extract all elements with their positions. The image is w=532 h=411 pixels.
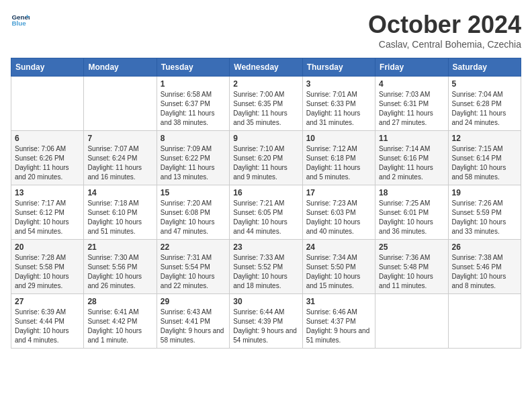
day-number: 20: [15, 242, 80, 252]
day-number: 1: [161, 79, 226, 89]
day-info: Sunrise: 7:00 AM Sunset: 6:35 PM Dayligh…: [233, 90, 298, 128]
day-number: 11: [379, 134, 444, 143]
header-wednesday: Wednesday: [230, 58, 302, 77]
day-number: 13: [15, 188, 80, 197]
calendar-cell: 4Sunrise: 7:03 AM Sunset: 6:31 PM Daylig…: [375, 77, 448, 131]
day-info: Sunrise: 6:58 AM Sunset: 6:37 PM Dayligh…: [161, 90, 226, 128]
calendar-cell: 18Sunrise: 7:25 AM Sunset: 6:01 PM Dayli…: [375, 185, 448, 240]
calendar-cell: 16Sunrise: 7:21 AM Sunset: 6:05 PM Dayli…: [230, 185, 302, 240]
calendar-table: Sunday Monday Tuesday Wednesday Thursday…: [11, 58, 521, 349]
calendar-cell: 25Sunrise: 7:36 AM Sunset: 5:48 PM Dayli…: [375, 240, 448, 294]
day-number: 18: [379, 188, 444, 197]
calendar-cell: 11Sunrise: 7:14 AM Sunset: 6:16 PM Dayli…: [375, 131, 448, 185]
day-info: Sunrise: 7:10 AM Sunset: 6:20 PM Dayligh…: [233, 144, 298, 182]
month-title: October 2024: [368, 11, 521, 39]
calendar-cell: 8Sunrise: 7:09 AM Sunset: 6:22 PM Daylig…: [157, 131, 229, 185]
calendar-cell: 13Sunrise: 7:17 AM Sunset: 6:12 PM Dayli…: [11, 185, 84, 240]
day-number: 10: [306, 134, 371, 143]
day-info: Sunrise: 6:41 AM Sunset: 4:42 PM Dayligh…: [87, 308, 152, 345]
day-number: 25: [379, 242, 444, 252]
day-info: Sunrise: 7:34 AM Sunset: 5:50 PM Dayligh…: [306, 253, 371, 291]
day-number: 8: [161, 134, 226, 143]
day-info: Sunrise: 7:18 AM Sunset: 6:10 PM Dayligh…: [87, 199, 152, 236]
calendar-cell: 14Sunrise: 7:18 AM Sunset: 6:10 PM Dayli…: [84, 185, 157, 240]
day-number: 30: [233, 297, 298, 306]
calendar-cell: 15Sunrise: 7:20 AM Sunset: 6:08 PM Dayli…: [157, 185, 229, 240]
day-number: 4: [379, 79, 444, 89]
day-info: Sunrise: 7:15 AM Sunset: 6:14 PM Dayligh…: [452, 144, 517, 182]
logo-icon: General Blue: [11, 11, 30, 30]
header-tuesday: Tuesday: [157, 58, 229, 77]
day-number: 19: [452, 188, 517, 197]
header-sunday: Sunday: [11, 58, 84, 77]
calendar-cell: 28Sunrise: 6:41 AM Sunset: 4:42 PM Dayli…: [84, 294, 157, 349]
day-info: Sunrise: 7:09 AM Sunset: 6:22 PM Dayligh…: [161, 144, 226, 182]
day-number: 17: [306, 188, 371, 197]
calendar-cell: [84, 77, 157, 131]
day-info: Sunrise: 7:33 AM Sunset: 5:52 PM Dayligh…: [233, 253, 298, 291]
calendar-cell: 30Sunrise: 6:44 AM Sunset: 4:39 PM Dayli…: [230, 294, 302, 349]
day-number: 9: [233, 134, 298, 143]
calendar-cell: 23Sunrise: 7:33 AM Sunset: 5:52 PM Dayli…: [230, 240, 302, 294]
calendar-week-2: 6Sunrise: 7:06 AM Sunset: 6:26 PM Daylig…: [11, 131, 521, 185]
calendar-cell: [375, 294, 448, 349]
calendar-cell: 2Sunrise: 7:00 AM Sunset: 6:35 PM Daylig…: [230, 77, 302, 131]
day-number: 5: [452, 79, 517, 89]
calendar-cell: [448, 294, 521, 349]
day-info: Sunrise: 7:21 AM Sunset: 6:05 PM Dayligh…: [233, 199, 298, 236]
calendar-cell: 22Sunrise: 7:31 AM Sunset: 5:54 PM Dayli…: [157, 240, 229, 294]
calendar-cell: 1Sunrise: 6:58 AM Sunset: 6:37 PM Daylig…: [157, 77, 229, 131]
day-number: 27: [15, 297, 80, 306]
day-info: Sunrise: 7:26 AM Sunset: 5:59 PM Dayligh…: [452, 199, 517, 236]
day-info: Sunrise: 7:23 AM Sunset: 6:03 PM Dayligh…: [306, 199, 371, 236]
calendar-cell: 10Sunrise: 7:12 AM Sunset: 6:18 PM Dayli…: [302, 131, 375, 185]
header-thursday: Thursday: [302, 58, 375, 77]
day-number: 14: [87, 188, 152, 197]
calendar-cell: 12Sunrise: 7:15 AM Sunset: 6:14 PM Dayli…: [448, 131, 521, 185]
calendar-cell: 26Sunrise: 7:38 AM Sunset: 5:46 PM Dayli…: [448, 240, 521, 294]
title-section: October 2024 Caslav, Central Bohemia, Cz…: [368, 11, 521, 50]
day-info: Sunrise: 7:12 AM Sunset: 6:18 PM Dayligh…: [306, 144, 371, 182]
logo: General Blue: [11, 11, 30, 30]
calendar-cell: 27Sunrise: 6:39 AM Sunset: 4:44 PM Dayli…: [11, 294, 84, 349]
calendar-cell: 31Sunrise: 6:46 AM Sunset: 4:37 PM Dayli…: [302, 294, 375, 349]
header-monday: Monday: [84, 58, 157, 77]
day-info: Sunrise: 7:28 AM Sunset: 5:58 PM Dayligh…: [15, 253, 80, 291]
day-number: 7: [87, 134, 152, 143]
calendar-cell: 6Sunrise: 7:06 AM Sunset: 6:26 PM Daylig…: [11, 131, 84, 185]
day-number: 6: [15, 134, 80, 143]
day-info: Sunrise: 7:01 AM Sunset: 6:33 PM Dayligh…: [306, 90, 371, 128]
calendar-cell: 24Sunrise: 7:34 AM Sunset: 5:50 PM Dayli…: [302, 240, 375, 294]
day-info: Sunrise: 7:36 AM Sunset: 5:48 PM Dayligh…: [379, 253, 444, 291]
day-info: Sunrise: 7:06 AM Sunset: 6:26 PM Dayligh…: [15, 144, 80, 182]
calendar-cell: 7Sunrise: 7:07 AM Sunset: 6:24 PM Daylig…: [84, 131, 157, 185]
calendar-cell: 17Sunrise: 7:23 AM Sunset: 6:03 PM Dayli…: [302, 185, 375, 240]
page-header: General Blue October 2024 Caslav, Centra…: [11, 11, 521, 50]
day-info: Sunrise: 7:25 AM Sunset: 6:01 PM Dayligh…: [379, 199, 444, 236]
day-number: 24: [306, 242, 371, 252]
calendar-week-1: 1Sunrise: 6:58 AM Sunset: 6:37 PM Daylig…: [11, 77, 521, 131]
day-number: 23: [233, 242, 298, 252]
day-number: 22: [161, 242, 226, 252]
day-number: 15: [161, 188, 226, 197]
day-number: 16: [233, 188, 298, 197]
day-number: 21: [87, 242, 152, 252]
day-info: Sunrise: 7:38 AM Sunset: 5:46 PM Dayligh…: [452, 253, 517, 291]
day-info: Sunrise: 7:07 AM Sunset: 6:24 PM Dayligh…: [87, 144, 152, 182]
day-number: 26: [452, 242, 517, 252]
calendar-cell: 29Sunrise: 6:43 AM Sunset: 4:41 PM Dayli…: [157, 294, 229, 349]
calendar-cell: 19Sunrise: 7:26 AM Sunset: 5:59 PM Dayli…: [448, 185, 521, 240]
day-number: 2: [233, 79, 298, 89]
day-info: Sunrise: 7:31 AM Sunset: 5:54 PM Dayligh…: [161, 253, 226, 291]
calendar-week-5: 27Sunrise: 6:39 AM Sunset: 4:44 PM Dayli…: [11, 294, 521, 349]
calendar-cell: 5Sunrise: 7:04 AM Sunset: 6:28 PM Daylig…: [448, 77, 521, 131]
day-number: 28: [87, 297, 152, 306]
day-info: Sunrise: 6:39 AM Sunset: 4:44 PM Dayligh…: [15, 308, 80, 345]
calendar-cell: 20Sunrise: 7:28 AM Sunset: 5:58 PM Dayli…: [11, 240, 84, 294]
day-info: Sunrise: 6:43 AM Sunset: 4:41 PM Dayligh…: [161, 308, 226, 345]
day-info: Sunrise: 6:44 AM Sunset: 4:39 PM Dayligh…: [233, 308, 298, 345]
calendar-week-4: 20Sunrise: 7:28 AM Sunset: 5:58 PM Dayli…: [11, 240, 521, 294]
day-info: Sunrise: 6:46 AM Sunset: 4:37 PM Dayligh…: [306, 308, 371, 345]
day-info: Sunrise: 7:17 AM Sunset: 6:12 PM Dayligh…: [15, 199, 80, 236]
day-number: 31: [306, 297, 371, 306]
